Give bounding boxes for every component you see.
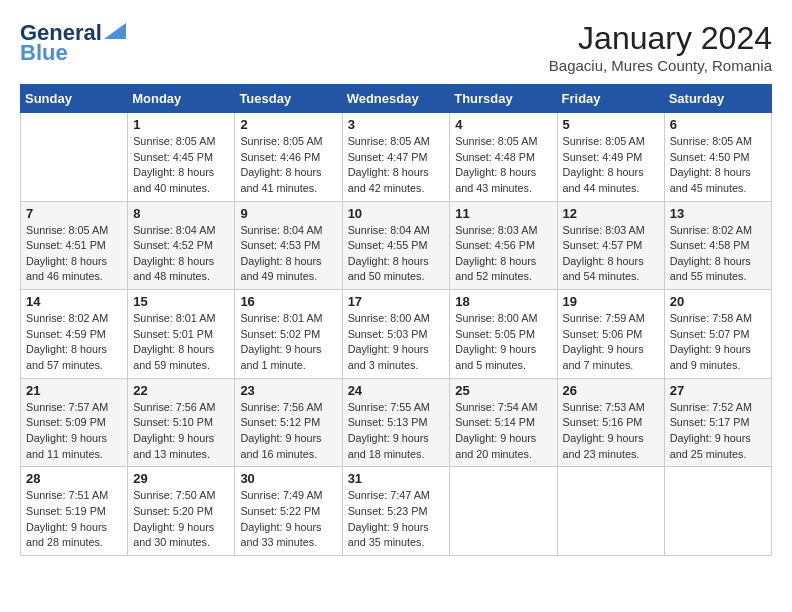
day-number: 28 (26, 471, 122, 486)
day-number: 7 (26, 206, 122, 221)
week-row-4: 21Sunrise: 7:57 AM Sunset: 5:09 PM Dayli… (21, 378, 772, 467)
day-info: Sunrise: 7:56 AM Sunset: 5:12 PM Dayligh… (240, 400, 336, 463)
calendar-cell: 12Sunrise: 8:03 AM Sunset: 4:57 PM Dayli… (557, 201, 664, 290)
header-day-tuesday: Tuesday (235, 85, 342, 113)
calendar-cell: 2Sunrise: 8:05 AM Sunset: 4:46 PM Daylig… (235, 113, 342, 202)
day-info: Sunrise: 8:05 AM Sunset: 4:48 PM Dayligh… (455, 134, 551, 197)
day-info: Sunrise: 8:01 AM Sunset: 5:01 PM Dayligh… (133, 311, 229, 374)
calendar-cell: 23Sunrise: 7:56 AM Sunset: 5:12 PM Dayli… (235, 378, 342, 467)
header-day-sunday: Sunday (21, 85, 128, 113)
day-info: Sunrise: 7:50 AM Sunset: 5:20 PM Dayligh… (133, 488, 229, 551)
calendar-title: January 2024 (549, 20, 772, 57)
calendar-cell: 21Sunrise: 7:57 AM Sunset: 5:09 PM Dayli… (21, 378, 128, 467)
header-row: SundayMondayTuesdayWednesdayThursdayFrid… (21, 85, 772, 113)
calendar-cell: 1Sunrise: 8:05 AM Sunset: 4:45 PM Daylig… (128, 113, 235, 202)
day-number: 18 (455, 294, 551, 309)
week-row-3: 14Sunrise: 8:02 AM Sunset: 4:59 PM Dayli… (21, 290, 772, 379)
day-info: Sunrise: 7:47 AM Sunset: 5:23 PM Dayligh… (348, 488, 445, 551)
calendar-cell: 28Sunrise: 7:51 AM Sunset: 5:19 PM Dayli… (21, 467, 128, 556)
calendar-cell: 27Sunrise: 7:52 AM Sunset: 5:17 PM Dayli… (664, 378, 771, 467)
calendar-cell: 29Sunrise: 7:50 AM Sunset: 5:20 PM Dayli… (128, 467, 235, 556)
calendar-cell: 30Sunrise: 7:49 AM Sunset: 5:22 PM Dayli… (235, 467, 342, 556)
header-day-friday: Friday (557, 85, 664, 113)
day-info: Sunrise: 8:05 AM Sunset: 4:49 PM Dayligh… (563, 134, 659, 197)
day-number: 12 (563, 206, 659, 221)
calendar-cell (557, 467, 664, 556)
day-info: Sunrise: 7:52 AM Sunset: 5:17 PM Dayligh… (670, 400, 766, 463)
day-info: Sunrise: 8:00 AM Sunset: 5:03 PM Dayligh… (348, 311, 445, 374)
day-info: Sunrise: 7:56 AM Sunset: 5:10 PM Dayligh… (133, 400, 229, 463)
day-number: 15 (133, 294, 229, 309)
day-number: 25 (455, 383, 551, 398)
day-number: 6 (670, 117, 766, 132)
day-number: 4 (455, 117, 551, 132)
calendar-cell: 15Sunrise: 8:01 AM Sunset: 5:01 PM Dayli… (128, 290, 235, 379)
week-row-2: 7Sunrise: 8:05 AM Sunset: 4:51 PM Daylig… (21, 201, 772, 290)
svg-marker-0 (104, 23, 126, 39)
day-number: 22 (133, 383, 229, 398)
day-info: Sunrise: 8:05 AM Sunset: 4:50 PM Dayligh… (670, 134, 766, 197)
day-info: Sunrise: 7:58 AM Sunset: 5:07 PM Dayligh… (670, 311, 766, 374)
calendar-cell: 7Sunrise: 8:05 AM Sunset: 4:51 PM Daylig… (21, 201, 128, 290)
day-number: 10 (348, 206, 445, 221)
day-number: 31 (348, 471, 445, 486)
day-info: Sunrise: 8:04 AM Sunset: 4:53 PM Dayligh… (240, 223, 336, 286)
calendar-table: SundayMondayTuesdayWednesdayThursdayFrid… (20, 84, 772, 556)
calendar-cell: 18Sunrise: 8:00 AM Sunset: 5:05 PM Dayli… (450, 290, 557, 379)
calendar-cell: 20Sunrise: 7:58 AM Sunset: 5:07 PM Dayli… (664, 290, 771, 379)
calendar-cell (21, 113, 128, 202)
header-day-wednesday: Wednesday (342, 85, 450, 113)
day-info: Sunrise: 7:49 AM Sunset: 5:22 PM Dayligh… (240, 488, 336, 551)
calendar-cell: 25Sunrise: 7:54 AM Sunset: 5:14 PM Dayli… (450, 378, 557, 467)
day-number: 5 (563, 117, 659, 132)
day-number: 27 (670, 383, 766, 398)
logo: General Blue (20, 20, 126, 66)
logo-icon (104, 23, 126, 39)
day-info: Sunrise: 8:04 AM Sunset: 4:52 PM Dayligh… (133, 223, 229, 286)
calendar-cell: 24Sunrise: 7:55 AM Sunset: 5:13 PM Dayli… (342, 378, 450, 467)
day-info: Sunrise: 8:03 AM Sunset: 4:56 PM Dayligh… (455, 223, 551, 286)
calendar-cell: 19Sunrise: 7:59 AM Sunset: 5:06 PM Dayli… (557, 290, 664, 379)
calendar-cell: 6Sunrise: 8:05 AM Sunset: 4:50 PM Daylig… (664, 113, 771, 202)
day-info: Sunrise: 8:02 AM Sunset: 4:58 PM Dayligh… (670, 223, 766, 286)
day-info: Sunrise: 8:00 AM Sunset: 5:05 PM Dayligh… (455, 311, 551, 374)
day-number: 2 (240, 117, 336, 132)
header: General Blue January 2024 Bagaciu, Mures… (20, 20, 772, 74)
day-number: 9 (240, 206, 336, 221)
calendar-cell: 9Sunrise: 8:04 AM Sunset: 4:53 PM Daylig… (235, 201, 342, 290)
day-info: Sunrise: 8:03 AM Sunset: 4:57 PM Dayligh… (563, 223, 659, 286)
day-info: Sunrise: 7:57 AM Sunset: 5:09 PM Dayligh… (26, 400, 122, 463)
calendar-cell: 8Sunrise: 8:04 AM Sunset: 4:52 PM Daylig… (128, 201, 235, 290)
calendar-cell: 22Sunrise: 7:56 AM Sunset: 5:10 PM Dayli… (128, 378, 235, 467)
day-info: Sunrise: 7:51 AM Sunset: 5:19 PM Dayligh… (26, 488, 122, 551)
calendar-cell: 26Sunrise: 7:53 AM Sunset: 5:16 PM Dayli… (557, 378, 664, 467)
calendar-cell: 13Sunrise: 8:02 AM Sunset: 4:58 PM Dayli… (664, 201, 771, 290)
day-number: 30 (240, 471, 336, 486)
day-number: 21 (26, 383, 122, 398)
day-number: 16 (240, 294, 336, 309)
day-info: Sunrise: 8:02 AM Sunset: 4:59 PM Dayligh… (26, 311, 122, 374)
header-day-saturday: Saturday (664, 85, 771, 113)
day-number: 20 (670, 294, 766, 309)
calendar-cell: 14Sunrise: 8:02 AM Sunset: 4:59 PM Dayli… (21, 290, 128, 379)
calendar-cell: 17Sunrise: 8:00 AM Sunset: 5:03 PM Dayli… (342, 290, 450, 379)
day-number: 23 (240, 383, 336, 398)
day-number: 29 (133, 471, 229, 486)
day-number: 11 (455, 206, 551, 221)
day-info: Sunrise: 8:05 AM Sunset: 4:47 PM Dayligh… (348, 134, 445, 197)
day-info: Sunrise: 8:05 AM Sunset: 4:46 PM Dayligh… (240, 134, 336, 197)
day-number: 19 (563, 294, 659, 309)
day-info: Sunrise: 8:05 AM Sunset: 4:51 PM Dayligh… (26, 223, 122, 286)
calendar-cell (450, 467, 557, 556)
calendar-cell: 11Sunrise: 8:03 AM Sunset: 4:56 PM Dayli… (450, 201, 557, 290)
day-number: 3 (348, 117, 445, 132)
day-number: 17 (348, 294, 445, 309)
logo-blue: Blue (20, 40, 68, 66)
title-area: January 2024 Bagaciu, Mures County, Roma… (549, 20, 772, 74)
day-number: 14 (26, 294, 122, 309)
header-day-thursday: Thursday (450, 85, 557, 113)
day-info: Sunrise: 8:01 AM Sunset: 5:02 PM Dayligh… (240, 311, 336, 374)
day-info: Sunrise: 7:53 AM Sunset: 5:16 PM Dayligh… (563, 400, 659, 463)
day-number: 26 (563, 383, 659, 398)
calendar-cell: 31Sunrise: 7:47 AM Sunset: 5:23 PM Dayli… (342, 467, 450, 556)
